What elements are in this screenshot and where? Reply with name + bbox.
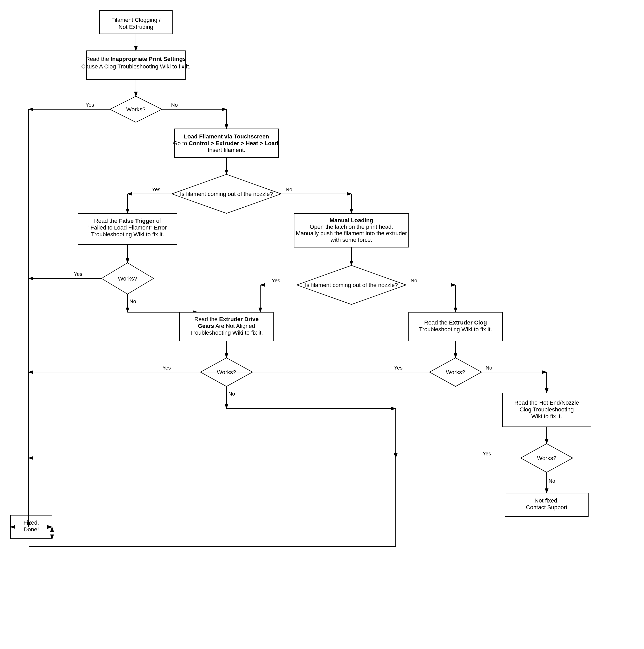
decision1-label: Works? [126,106,145,113]
step3-label2: "Failed to Load Filament" Error [88,224,167,231]
d6-no-label: No [485,365,492,371]
d4-yes-label: Yes [272,278,281,284]
step4-label1: Manual Loading [330,217,373,223]
step4-label4: with some force. [330,236,372,243]
fixed-label1: Fixed. [24,519,39,526]
decision7-label: Works? [537,455,556,461]
decision4-label: Is filament coming out of the nozzle? [305,282,398,288]
notfixed-label1: Not fixed. [535,497,559,504]
step3-label3: Troubleshooting Wiki to fix it. [91,231,164,237]
d2-yes-label: Yes [152,186,161,192]
d2-no-label: No [286,186,292,192]
step5-label2: Gears Are Not Aligned [198,323,255,329]
step6-label2: Troubleshooting Wiki to fix it. [419,326,492,333]
step7-label2: Clog Troubleshooting [520,406,574,413]
flowchart-container: Filament Clogging / Not Extruding Read t… [0,0,644,649]
d7-yes-label: Yes [483,451,491,457]
notfixed-label2: Contact Support [526,504,567,511]
step6-label1: Read the Extruder Clog [424,319,487,326]
step4-label3: Manually push the filament into the extr… [296,230,407,236]
step2-label2: Go to Control > Extruder > Heat > Load. [173,140,280,146]
step2-label3: Insert filament. [208,147,245,153]
d6-yes-label: Yes [394,365,403,371]
start-label2: Not Extruding [119,24,153,30]
step4-label2: Open the latch on the print head. [310,223,393,230]
step7-label1: Read the Hot End/Nozzle [514,399,579,406]
step5-label3: Troubleshooting Wiki to fix it. [190,330,263,336]
d1-no-label: No [171,102,178,108]
decision2-label: Is filament coming out of the nozzle? [180,191,273,197]
decision3-label: Works? [118,275,137,282]
step3-label1: Read the False Trigger of [94,218,161,224]
d5-no-label: No [228,391,235,397]
step2-label1: Load Filament via Touchscreen [184,133,269,140]
d3-yes-label: Yes [74,271,83,277]
step5-label1: Read the Extruder Drive [194,316,258,322]
d1-yes-label: Yes [86,102,94,108]
d3-no-label: No [129,299,136,304]
start-label: Filament Clogging / [111,17,161,23]
d4-no-label: No [411,278,417,284]
d5-yes-label: Yes [163,365,171,371]
step1-label2: Cause A Clog Troubleshooting Wiki to fix… [81,63,190,70]
d7-no-label: No [549,478,555,484]
decision6-label: Works? [446,369,465,376]
step1-label1: Read the Inappropriate Print Settings [86,56,186,62]
step7-label3: Wiki to fix it. [531,413,562,420]
